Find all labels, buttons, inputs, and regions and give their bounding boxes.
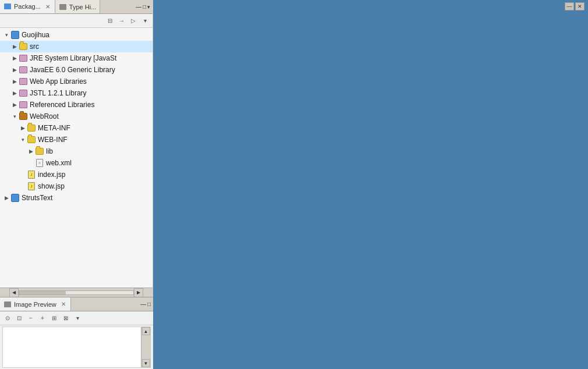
bottom-panel-controls: — □ xyxy=(138,297,153,311)
expand-arrow-meta[interactable]: ▶ xyxy=(19,124,27,132)
scroll-down-btn[interactable]: ▼ xyxy=(142,359,150,367)
tree-label-src: src xyxy=(30,42,153,51)
expand-arrow-src[interactable]: ▶ xyxy=(10,42,19,51)
show-jsp-icon: J xyxy=(27,182,36,191)
expand-arrow-webroot[interactable]: ▾ xyxy=(10,112,19,120)
zoom-height-btn[interactable]: ⊠ xyxy=(61,313,71,324)
tree-item-jre-system[interactable]: ▶ JRE System Library [JavaSt xyxy=(0,52,153,64)
webapp-library-icon xyxy=(19,77,28,86)
type-hierarchy-icon xyxy=(59,3,67,11)
tree-item-web-xml[interactable]: X web.xml xyxy=(0,157,153,169)
actual-size-btn[interactable]: ⊡ xyxy=(14,313,24,324)
tree-item-webapp-libs[interactable]: ▶ Web App Libraries xyxy=(0,76,153,87)
xml-file-icon: X xyxy=(35,158,44,168)
horizontal-scrollbar[interactable]: ◀ ▶ xyxy=(0,288,153,297)
web-inf-folder-icon xyxy=(27,135,36,144)
image-preview-panel: Image Preview ✕ — □ ⊙ ⊡ − + ⊞ ⊠ ▾ xyxy=(0,297,153,369)
tree-label-index-jsp: index.jsp xyxy=(38,171,153,179)
jre-library-icon xyxy=(19,54,28,63)
zoom-out-btn[interactable]: − xyxy=(26,313,36,324)
expand-arrow-lib[interactable]: ▶ xyxy=(27,147,35,155)
image-preview-tab-close[interactable]: ✕ xyxy=(60,301,67,308)
scroll-up-btn[interactable]: ▲ xyxy=(142,327,150,335)
close-window-btn[interactable]: ✕ xyxy=(575,2,585,10)
image-preview-tab-label: Image Preview xyxy=(14,301,56,308)
vertical-scrollbar[interactable]: ▲ ▼ xyxy=(141,327,150,367)
tree-label-jre: JRE System Library [JavaSt xyxy=(30,54,153,62)
scroll-right-btn[interactable]: ▶ xyxy=(134,288,143,297)
collapse-all-btn[interactable]: ⊟ xyxy=(105,16,115,26)
scrollbar-thumb[interactable] xyxy=(19,291,66,295)
expand-arrow-jstl[interactable]: ▶ xyxy=(10,89,19,97)
index-jsp-icon: J xyxy=(27,170,36,179)
minimize-panel-btn[interactable]: — xyxy=(136,3,141,10)
maximize-bottom-btn[interactable]: □ xyxy=(147,301,151,307)
tab-image-preview[interactable]: Image Preview ✕ xyxy=(0,297,71,311)
tree-item-src[interactable]: ▶ src xyxy=(0,41,153,52)
image-preview-tab-icon xyxy=(3,300,12,308)
expand-arrow-reflibs[interactable]: ▶ xyxy=(10,101,19,109)
webroot-folder-icon xyxy=(19,112,28,121)
right-panel: — ✕ xyxy=(153,0,588,297)
tree-item-ref-libs[interactable]: ▶ Referenced Libraries xyxy=(0,99,153,111)
tree-item-guojihua[interactable]: ▾ Guojihua xyxy=(0,29,153,41)
fit-page-btn[interactable]: ⊙ xyxy=(2,313,13,324)
zoom-width-btn[interactable]: ⊞ xyxy=(49,313,59,324)
lib-folder-icon xyxy=(35,147,44,156)
tree-item-jstl[interactable]: ▶ JSTL 1.2.1 Library xyxy=(0,87,153,99)
link-with-editor-btn[interactable]: → xyxy=(116,16,127,26)
tab-spacer xyxy=(100,0,133,13)
tree-label-webapp-libs: Web App Libraries xyxy=(30,77,153,86)
expand-arrow-jre[interactable]: ▶ xyxy=(10,54,19,62)
scroll-left-btn[interactable]: ◀ xyxy=(9,288,19,297)
package-explorer-icon xyxy=(3,2,12,10)
scrollbar-track[interactable] xyxy=(19,290,134,295)
tree-item-strutstext[interactable]: ▶ StrutsText xyxy=(0,192,153,204)
jstl-library-icon xyxy=(19,88,28,98)
tree-label-web-inf: WEB-INF xyxy=(38,136,153,144)
tree-item-web-inf[interactable]: ▾ WEB-INF xyxy=(0,134,153,146)
strutstext-project-icon xyxy=(10,193,20,203)
tree-label-guojihua: Guojihua xyxy=(22,31,153,39)
tree-item-webroot[interactable]: ▾ WebRoot xyxy=(0,111,153,122)
zoom-in-btn[interactable]: + xyxy=(37,313,48,324)
tab-package-explorer-label: Packag... xyxy=(14,3,41,10)
expand-arrow-strutstext[interactable]: ▶ xyxy=(2,194,10,202)
tree-item-meta-inf[interactable]: ▶ META-INF xyxy=(0,122,153,134)
tree-label-ref-libs: Referenced Libraries xyxy=(30,101,153,109)
tab-type-hierarchy[interactable]: Type Hi... xyxy=(55,0,100,13)
package-explorer-tree[interactable]: ▾ Guojihua ▶ src xyxy=(0,28,153,288)
expand-arrow-webapp[interactable]: ▶ xyxy=(10,77,19,86)
tree-label-jstl: JSTL 1.2.1 Library xyxy=(30,89,153,97)
tree-item-lib[interactable]: ▶ lib xyxy=(0,146,153,157)
toolbar-more-btn[interactable]: ▾ xyxy=(140,16,150,26)
maximize-panel-btn[interactable]: □ xyxy=(143,3,146,10)
minimize-bottom-btn[interactable]: — xyxy=(140,301,146,307)
no-arrow-index-jsp xyxy=(19,171,27,179)
view-menu-btn[interactable]: ▷ xyxy=(128,16,139,26)
expand-arrow-webinf[interactable]: ▾ xyxy=(19,136,27,144)
expand-arrow-guojihua[interactable]: ▾ xyxy=(2,31,10,39)
bottom-tab-bar: Image Preview ✕ — □ xyxy=(0,297,153,311)
panel-controls: — □ ▾ xyxy=(133,0,153,13)
close-panel-btn[interactable]: ▾ xyxy=(147,4,150,10)
tree-item-show-jsp[interactable]: J show.jsp xyxy=(0,180,153,192)
tree-item-index-jsp[interactable]: J index.jsp xyxy=(0,169,153,180)
image-preview-toolbar: ⊙ ⊡ − + ⊞ ⊠ ▾ xyxy=(0,311,153,325)
main-layout: Packag... ✕ Type Hi... — □ ▾ xyxy=(0,0,588,369)
no-arrow-show-jsp xyxy=(19,182,27,190)
tab-package-explorer-close[interactable]: ✕ xyxy=(44,3,51,10)
bottom-tab-spacer xyxy=(71,297,138,311)
tab-package-explorer[interactable]: Packag... ✕ xyxy=(0,0,55,13)
tree-item-javaee[interactable]: ▶ JavaEE 6.0 Generic Library xyxy=(0,64,153,76)
bottom-area: Image Preview ✕ — □ ⊙ ⊡ − + ⊞ ⊠ ▾ xyxy=(0,297,588,369)
view-more-btn[interactable]: ▾ xyxy=(72,313,83,324)
window-controls: — ✕ xyxy=(565,2,585,10)
left-panel: Packag... ✕ Type Hi... — □ ▾ xyxy=(0,0,153,297)
project-icon xyxy=(10,30,20,40)
expand-arrow-javaee[interactable]: ▶ xyxy=(10,66,19,74)
tree-label-meta-inf: META-INF xyxy=(38,124,153,132)
tab-type-hierarchy-label: Type Hi... xyxy=(69,3,96,10)
tree-label-web-xml: web.xml xyxy=(46,159,153,167)
minimize-window-btn[interactable]: — xyxy=(565,2,574,10)
